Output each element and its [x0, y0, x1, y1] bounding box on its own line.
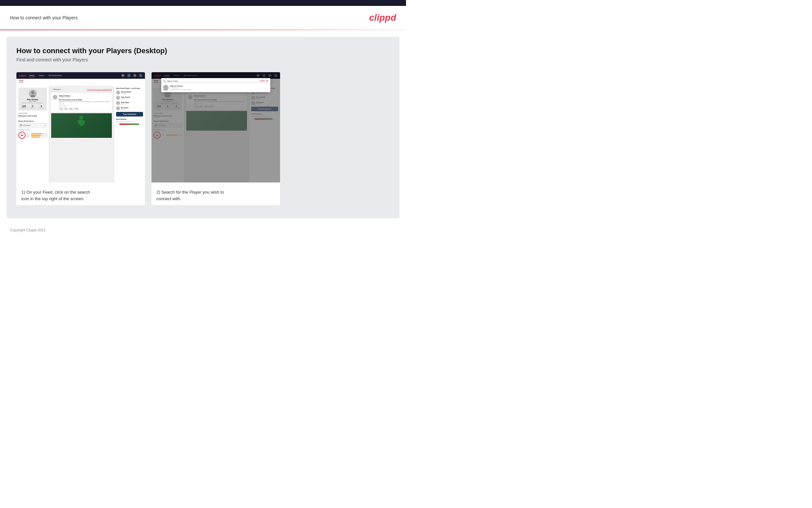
- caption-text-1: 1) On your Feed, click on the searchicon…: [21, 190, 90, 201]
- app-middle-panel-1: Following ▾ Control who can see your act…: [49, 86, 114, 182]
- result-info[interactable]: Marcus Turner 1.5 Handicap Cypress Point…: [170, 85, 192, 90]
- svg-point-0: [31, 91, 35, 94]
- copyright: Copyright Clippd 2022: [10, 228, 46, 232]
- stat-following-1: 4 Following: [39, 105, 44, 109]
- most-active-title-1: Most Active Players - Last 30 days: [116, 88, 143, 89]
- result-club: Cypress Point Club, United Kingdom: [170, 89, 192, 90]
- activity-desc-1: Walking the course with my coach to buil…: [59, 101, 110, 102]
- svg-point-1: [30, 95, 36, 97]
- header-divider: [0, 30, 406, 30]
- search-result-dropdown: Marcus Turner 1.5 Handicap Cypress Point…: [161, 83, 270, 92]
- caption-2: 2) Search for the Player you wish toconn…: [151, 182, 280, 205]
- app-left-panel-1: Blair McHarg Golf Coach Mill Ride Golf C…: [16, 86, 49, 182]
- app-body-1: Blair McHarg Golf Coach Mill Ride Golf C…: [16, 86, 145, 182]
- app-right-panel-1: Most Active Players - Last 30 days Richa…: [114, 86, 145, 182]
- control-link-1[interactable]: Control who can see your activity and da…: [87, 89, 112, 90]
- screenshot-1: clippd Home Teams My Performance 🔍 👤 ⚙ 👤…: [16, 72, 145, 205]
- footer: Copyright Clippd 2022: [0, 225, 406, 235]
- main-subtitle: Find and connect with your Players: [16, 57, 390, 62]
- stat-followers-1: 3 Followers: [30, 105, 35, 109]
- golfer-image-1: [51, 113, 112, 138]
- player-list-richard-1: Richard Butler Activities: 7: [116, 91, 143, 94]
- nav-home-1[interactable]: Home: [29, 74, 36, 77]
- logo: clippd: [369, 12, 396, 23]
- team-dashboard-btn-1[interactable]: Team Dashboard: [116, 112, 143, 117]
- activity-duration-time-1: 02 hr : 00 min: [59, 105, 110, 107]
- following-bar-1: Following ▾ Control who can see your act…: [51, 88, 112, 91]
- activity-avatar-1: [53, 95, 57, 99]
- heatmap-bar-1: -5 +5: [116, 123, 143, 125]
- app-navbar-1: clippd Home Teams My Performance 🔍 👤 ⚙ 👤: [16, 72, 145, 79]
- player-performance-section-1: Player Performance Eli Vincent ▾ Total P…: [18, 120, 47, 139]
- player-list-piers-1: Piers Parnell Activities: 4: [116, 96, 143, 100]
- player-select-name-1: Eli Vincent: [23, 125, 44, 126]
- player-select-avatar-1: [20, 124, 22, 127]
- screenshots-row: clippd Home Teams My Performance 🔍 👤 ⚙ 👤…: [16, 72, 390, 205]
- search-close-btn[interactable]: ✕: [266, 79, 268, 82]
- pp-title-1: Player Performance: [18, 120, 47, 122]
- app-ui-2: clippd Home Teams My Performance 🔍 👤 ⚙ 👤…: [151, 72, 280, 182]
- header-title: How to connect with your Players: [10, 15, 78, 20]
- player-select-1[interactable]: Eli Vincent ▾: [18, 123, 47, 128]
- caption-text-2: 2) Search for the Player you wish toconn…: [156, 190, 224, 201]
- profile-icon-1[interactable]: 👤: [127, 74, 131, 77]
- app-logo-1: clippd: [19, 75, 26, 77]
- svg-point-11: [164, 89, 168, 91]
- latest-activity-1: Latest Activity: [18, 113, 47, 114]
- nav-myperformance-1[interactable]: My Performance: [48, 74, 63, 77]
- profile-club-1: Mill Ride Golf Club, United Kingdom: [20, 102, 46, 104]
- player-list-eli-1: Eli Vincent Activities: 1: [116, 106, 143, 110]
- caption-1: 1) On your Feed, click on the searchicon…: [16, 182, 145, 205]
- search-magnifier-icon: 🔍: [163, 80, 166, 82]
- profile-section-1: Blair McHarg Golf Coach Mill Ride Golf C…: [18, 88, 47, 111]
- search-icon-1[interactable]: 🔍: [121, 74, 125, 77]
- stat-activities-1: 129 Activities: [21, 105, 26, 109]
- activity-duration-1: Duration: [59, 103, 110, 105]
- settings-icon-1[interactable]: ⚙: [133, 74, 136, 77]
- activity-meta-1: Yesterday · The Grove: [59, 97, 110, 98]
- player-list-hiral-1: Hiral Pujara Activities: 3: [116, 101, 143, 105]
- main-content: How to connect with your Players (Deskto…: [7, 37, 399, 218]
- svg-point-10: [164, 86, 167, 88]
- profile-avatar-1: [29, 90, 37, 97]
- app-ui-1: clippd Home Teams My Performance 🔍 👤 ⚙ 👤…: [16, 72, 145, 182]
- activity-card-1: Richard Butler Yesterday · The Grove Pre…: [51, 93, 112, 112]
- profile-stats-1: 129 Activities 3 Followers 4 Following: [20, 105, 46, 109]
- svg-point-2: [79, 116, 83, 120]
- search-input-text[interactable]: Marcus Turner: [167, 80, 258, 82]
- result-avatar: [163, 85, 169, 91]
- quality-row-1: 84 OTT 79: [18, 132, 47, 139]
- screenshot-2: clippd Home Teams My Performance 🔍 👤 ⚙ 👤…: [151, 72, 280, 205]
- quality-circle-1: 84: [18, 132, 26, 139]
- feed-tab-1[interactable]: Feed: [19, 80, 23, 83]
- activity-tags-1: OTT APP ARG PUTT: [59, 108, 110, 110]
- search-clear-btn[interactable]: CLEAR: [260, 80, 265, 82]
- nav-teams-1[interactable]: Teams: [38, 74, 45, 77]
- activity-content-1: Richard Butler Yesterday · The Grove Pre…: [59, 95, 110, 110]
- header: How to connect with your Players clippd: [0, 6, 406, 30]
- following-btn-1[interactable]: Following ▾: [51, 88, 63, 91]
- main-title: How to connect with your Players (Deskto…: [16, 47, 390, 55]
- top-bar: [0, 0, 406, 6]
- avatar-icon-1[interactable]: 👤: [139, 74, 142, 77]
- team-heatmap-title-1: Team Heatmap: [116, 119, 143, 120]
